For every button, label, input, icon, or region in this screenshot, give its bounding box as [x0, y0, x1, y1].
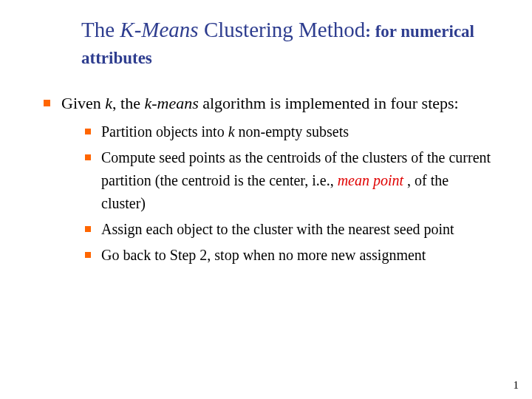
outer-km: k-means — [144, 94, 198, 112]
slide: The K-Means Clustering Method: for numer… — [0, 0, 532, 267]
inner-item-2: Compute seed points as the centroids of … — [83, 146, 491, 215]
outer-k: k — [105, 94, 112, 112]
outer-mid: , the — [112, 94, 144, 112]
i1-pre: Partition objects into — [101, 123, 228, 140]
inner-item-3: Assign each object to the cluster with t… — [83, 218, 491, 241]
inner-list: Partition objects into k non-empty subse… — [83, 120, 491, 267]
inner-item-1: Partition objects into k non-empty subse… — [83, 120, 491, 143]
i1-k: k — [228, 123, 235, 140]
outer-list: Given k, the k-means algorithm is implem… — [41, 91, 491, 267]
page-number: 1 — [514, 379, 519, 392]
i2-accent: mean point — [338, 172, 403, 188]
i3: Assign each object to the cluster with t… — [101, 221, 454, 237]
outer-item: Given k, the k-means algorithm is implem… — [41, 91, 491, 267]
title-pre: The — [81, 18, 120, 41]
inner-item-4: Go back to Step 2, stop when no more new… — [83, 244, 491, 267]
slide-title: The K-Means Clustering Method: for numer… — [41, 16, 491, 70]
title-kmeans: K-Means — [120, 18, 198, 41]
i4: Go back to Step 2, stop when no more new… — [101, 247, 426, 263]
i1-post: non-empty subsets — [235, 123, 349, 140]
title-mid: Clustering Method — [199, 18, 366, 41]
outer-pre: Given — [61, 94, 105, 112]
outer-post: algorithm is implemented in four steps: — [199, 94, 459, 112]
